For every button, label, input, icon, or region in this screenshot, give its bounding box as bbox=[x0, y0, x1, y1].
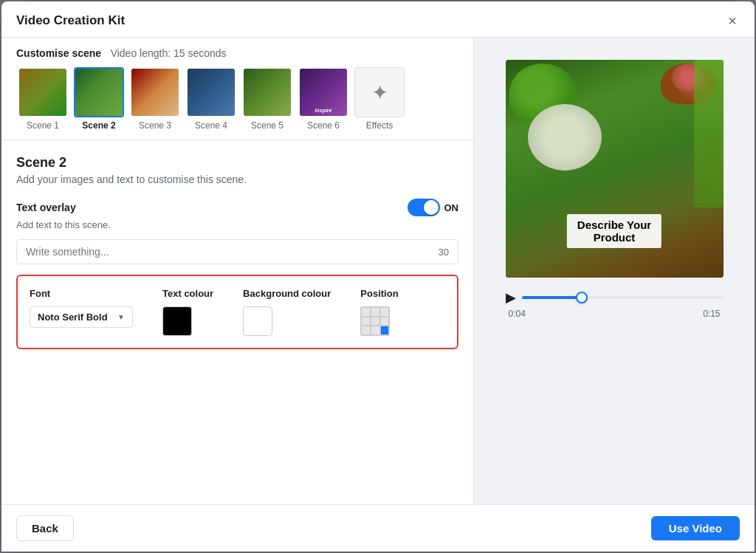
video-length: Video length: 15 seconds bbox=[111, 47, 227, 59]
scene-thumb-6: Inspire bbox=[298, 67, 348, 117]
time-current: 0:04 bbox=[509, 309, 526, 319]
position-cell-2[interactable] bbox=[380, 307, 390, 317]
scene-thumb-bg-1 bbox=[19, 69, 66, 116]
text-overlay-header: Text overlay ON bbox=[16, 199, 458, 216]
scene-label-2: Scene 2 bbox=[82, 120, 115, 131]
scene-description: Add your images and text to customise th… bbox=[16, 174, 458, 185]
position-cell-0[interactable] bbox=[361, 307, 371, 317]
effects-thumb: ✦ bbox=[354, 67, 405, 117]
scene-title: Scene 2 bbox=[16, 155, 458, 171]
scene-content: Scene 2 Add your images and text to cust… bbox=[1, 140, 473, 185]
scene-thumb-bg-2 bbox=[75, 69, 123, 116]
position-label: Position bbox=[360, 288, 398, 299]
scene-item-1[interactable]: Scene 1 bbox=[16, 67, 69, 131]
effects-label: Effects bbox=[366, 120, 393, 131]
time-labels: 0:04 0:15 bbox=[506, 309, 724, 319]
progress-track[interactable] bbox=[522, 296, 724, 299]
play-button[interactable]: ▶ bbox=[506, 289, 516, 306]
text-overlay-input[interactable] bbox=[26, 246, 439, 258]
bg-colour-swatch[interactable] bbox=[243, 306, 272, 336]
back-button[interactable]: Back bbox=[16, 515, 74, 541]
effects-item[interactable]: ✦ Effects bbox=[353, 67, 406, 131]
font-option-group: Font Noto Serif Bold ▼ bbox=[30, 288, 133, 328]
scene-item-3[interactable]: Scene 3 bbox=[128, 67, 182, 131]
scene-label-4: Scene 4 bbox=[195, 120, 227, 131]
right-panel: Describe Your Product ▶ bbox=[474, 38, 755, 504]
position-cell-6[interactable] bbox=[361, 326, 371, 335]
scene-thumb-bg-4 bbox=[188, 69, 235, 116]
scene-item-5[interactable]: Scene 5 bbox=[241, 67, 294, 131]
bg-colour-label: Background colour bbox=[243, 288, 331, 299]
scene-thumb-4 bbox=[186, 67, 236, 117]
position-cell-5[interactable] bbox=[380, 317, 390, 326]
toggle-container: ON bbox=[408, 199, 459, 216]
modal-title: Video Creation Kit bbox=[16, 13, 125, 28]
position-grid[interactable] bbox=[360, 306, 390, 336]
scenes-row: Scene 1 Scene 2 Scene 3 bbox=[1, 60, 473, 131]
position-cell-3[interactable] bbox=[361, 317, 371, 326]
position-cell-1[interactable] bbox=[371, 307, 380, 317]
text-colour-option-group: Text colour bbox=[162, 288, 213, 336]
customise-bar: Customise scene Video length: 15 seconds bbox=[1, 38, 473, 60]
scene-label-5: Scene 5 bbox=[251, 120, 284, 131]
scene-label-6: Scene 6 bbox=[307, 120, 340, 131]
position-cell-7[interactable] bbox=[371, 326, 380, 335]
close-button[interactable]: × bbox=[725, 13, 740, 28]
font-select-label: Noto Serif Bold bbox=[38, 312, 108, 323]
options-box: Font Noto Serif Bold ▼ Text colour bbox=[16, 275, 458, 349]
modal: Video Creation Kit × Customise scene Vid… bbox=[1, 1, 755, 552]
text-overlay-subtitle: Add text to this scene. bbox=[16, 219, 458, 230]
time-total: 0:15 bbox=[703, 309, 720, 319]
char-count: 30 bbox=[439, 247, 449, 258]
playback-controls: ▶ bbox=[506, 289, 724, 306]
toggle-label: ON bbox=[444, 202, 459, 213]
scene-item-4[interactable]: Scene 4 bbox=[185, 67, 238, 131]
scene-thumb-1 bbox=[18, 67, 68, 117]
preview-overlay-line1: Describe Your bbox=[577, 219, 651, 231]
text-overlay-title: Text overlay bbox=[16, 202, 76, 213]
scene-thumb-bg-5 bbox=[244, 69, 291, 116]
text-colour-label: Text colour bbox=[162, 288, 213, 299]
text-overlay-section: Text overlay ON Add text to this scene. … bbox=[1, 185, 473, 349]
scene-thumb-5 bbox=[242, 67, 292, 117]
preview-overlay-line2: Product bbox=[577, 231, 651, 244]
modal-overlay: Video Creation Kit × Customise scene Vid… bbox=[0, 0, 756, 553]
modal-body: Customise scene Video length: 15 seconds… bbox=[1, 38, 755, 504]
position-cell-4[interactable] bbox=[371, 317, 380, 326]
scene-thumb-bg-3 bbox=[131, 69, 179, 116]
scene-thumb-bg-6: Inspire bbox=[300, 69, 347, 116]
toggle-knob bbox=[424, 200, 439, 215]
font-label: Font bbox=[30, 288, 133, 299]
preview-image: Describe Your Product bbox=[506, 60, 724, 278]
scene-thumb-3 bbox=[130, 67, 180, 117]
scene-label-3: Scene 3 bbox=[139, 120, 171, 131]
modal-footer: Back Use Video bbox=[1, 504, 755, 552]
scene-item-2[interactable]: Scene 2 bbox=[72, 67, 126, 131]
text-colour-swatch[interactable] bbox=[162, 306, 192, 336]
position-option-group: Position bbox=[360, 288, 398, 336]
progress-fill bbox=[522, 296, 583, 299]
text-overlay-labels: Text overlay bbox=[16, 202, 76, 213]
text-overlay-toggle[interactable] bbox=[408, 199, 440, 216]
position-cell-8[interactable] bbox=[380, 326, 390, 335]
progress-knob bbox=[576, 292, 588, 303]
scene-thumb-2 bbox=[74, 67, 124, 117]
text-input-row: 30 bbox=[16, 239, 458, 264]
scene-label-1: Scene 1 bbox=[27, 120, 59, 131]
use-video-button[interactable]: Use Video bbox=[651, 516, 740, 540]
scene-item-6[interactable]: Inspire Scene 6 bbox=[297, 67, 350, 131]
font-select[interactable]: Noto Serif Bold ▼ bbox=[30, 306, 133, 328]
chevron-down-icon: ▼ bbox=[117, 313, 125, 321]
effects-icon: ✦ bbox=[371, 80, 388, 105]
bg-colour-option-group: Background colour bbox=[243, 288, 331, 336]
modal-header: Video Creation Kit × bbox=[1, 1, 755, 38]
customise-label: Customise scene bbox=[16, 47, 101, 59]
playback-bar: ▶ 0:04 0:15 bbox=[506, 289, 724, 319]
left-panel: Customise scene Video length: 15 seconds… bbox=[1, 38, 474, 504]
